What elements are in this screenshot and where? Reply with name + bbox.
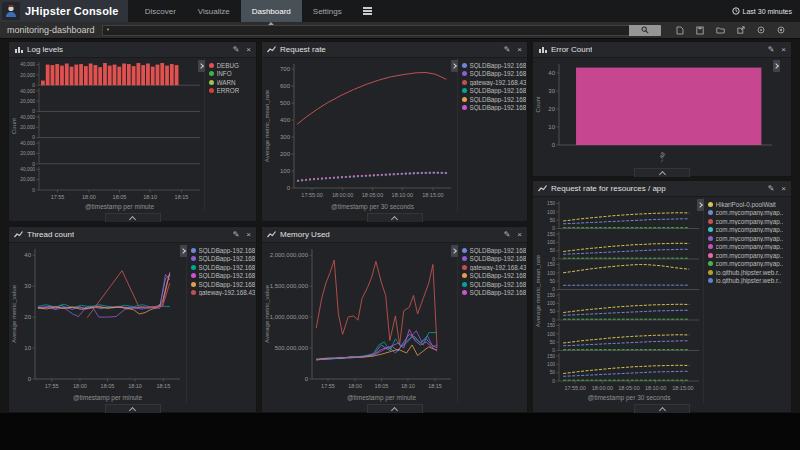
- panel-header[interactable]: Request rate ✎×: [262, 42, 527, 58]
- panel-collapse-button[interactable]: [367, 213, 423, 222]
- legend-item[interactable]: com.mycompany.myap..: [708, 260, 790, 269]
- svg-text:18:00:00: 18:00:00: [332, 192, 353, 198]
- legend-item[interactable]: SQLDBapp-192.168.4..: [191, 255, 255, 264]
- panel-header[interactable]: Log levels ✎×: [9, 42, 256, 58]
- search-button[interactable]: [629, 25, 661, 36]
- legend-item[interactable]: com.mycompany.myap..: [708, 209, 790, 218]
- save-dashboard-icon[interactable]: [696, 26, 704, 35]
- time-range-picker[interactable]: Last 30 minutes: [732, 0, 800, 22]
- edit-panel-icon[interactable]: ✎: [768, 46, 775, 54]
- panel-header[interactable]: Error Count ✎×: [533, 42, 791, 58]
- legend-item[interactable]: gateway-192.168.43.8..: [462, 78, 526, 87]
- edit-panel-icon[interactable]: ✎: [504, 231, 511, 239]
- svg-text:18:15: 18:15: [428, 383, 442, 389]
- svg-text:20,000: 20,000: [20, 125, 35, 130]
- legend-label: DEBUG: [217, 62, 239, 69]
- legend-item[interactable]: SQLDBapp-192.168.4..: [462, 255, 526, 264]
- nav-item-visualize[interactable]: Visualize: [187, 0, 241, 22]
- share-icon[interactable]: [737, 26, 745, 34]
- edit-panel-icon[interactable]: ✎: [233, 46, 240, 54]
- legend-collapse-icon[interactable]: [451, 60, 458, 72]
- edit-panel-icon[interactable]: ✎: [768, 185, 775, 193]
- legend-item[interactable]: HikariPool-0.poolWait: [708, 200, 790, 209]
- close-panel-icon[interactable]: ×: [781, 185, 786, 193]
- brand[interactable]: JHipster Console: [0, 0, 128, 22]
- legend-collapse-icon[interactable]: [451, 245, 458, 257]
- legend-collapse-icon[interactable]: [180, 245, 187, 257]
- legend-item[interactable]: SQLDBapp-192.168.4..: [462, 246, 526, 255]
- svg-text:40: 40: [548, 70, 555, 76]
- svg-text:150: 150: [547, 262, 555, 267]
- panel-header[interactable]: Request rate for resources / app ✎×: [533, 181, 791, 197]
- legend-item[interactable]: ERROR: [209, 87, 255, 96]
- svg-text:50: 50: [550, 218, 556, 223]
- legend-item[interactable]: SQLDBapp-192.168.4..: [191, 263, 255, 272]
- legend-item[interactable]: WARN: [209, 78, 255, 87]
- legend-label: SQLDBapp-192.168.4..: [470, 255, 527, 262]
- legend-item[interactable]: SQLDBapp-192.168.4..: [462, 104, 526, 113]
- svg-text:0: 0: [28, 376, 32, 382]
- legend-collapse-icon[interactable]: [198, 60, 205, 72]
- legend-collapse-icon[interactable]: [773, 60, 780, 72]
- nav-item-dashboard[interactable]: Dashboard: [241, 0, 302, 22]
- panel-header[interactable]: Thread count ✎×: [9, 227, 256, 243]
- legend-item[interactable]: SQLDBapp-192.168.4..: [462, 280, 526, 289]
- panel-collapse-button[interactable]: [634, 404, 690, 413]
- legend-item[interactable]: com.mycompany.myap..: [708, 234, 790, 243]
- search-input[interactable]: [102, 25, 629, 36]
- nav-item-discover[interactable]: Discover: [134, 0, 187, 22]
- close-panel-icon[interactable]: ×: [246, 231, 251, 239]
- legend-item[interactable]: com.mycompany.myap..: [708, 226, 790, 235]
- legend-item[interactable]: SQLDBapp-192.168.4..: [191, 272, 255, 281]
- panel-collapse-button[interactable]: [105, 213, 161, 222]
- svg-text:100: 100: [547, 271, 555, 276]
- edit-panel-icon[interactable]: ✎: [233, 231, 240, 239]
- svg-text:18:05:00: 18:05:00: [362, 192, 383, 198]
- legend-item[interactable]: io.github.jhipster.web.r..: [708, 277, 790, 286]
- legend-item[interactable]: SQLDBapp-192.168.4..: [462, 95, 526, 104]
- legend-color-dot: [708, 270, 713, 275]
- panel-collapse-button[interactable]: [634, 168, 690, 177]
- svg-text:@timestamp per minute: @timestamp per minute: [73, 394, 142, 402]
- legend-item[interactable]: gateway-192.168.43.8..: [462, 263, 526, 272]
- legend-item[interactable]: SQLDBapp-192.168.4..: [462, 289, 526, 298]
- legend-label: HikariPool-0.poolWait: [716, 201, 776, 208]
- legend-item[interactable]: com.mycompany.myap..: [708, 251, 790, 260]
- legend-item[interactable]: SQLDBapp-192.168.4..: [462, 61, 526, 70]
- legend-item[interactable]: com.mycompany.myap..: [708, 217, 790, 226]
- legend-item[interactable]: INFO: [209, 70, 255, 79]
- refresh-settings-icon[interactable]: [777, 26, 785, 34]
- legend-item[interactable]: com.mycompany.myap..: [708, 243, 790, 252]
- legend-item[interactable]: SQLDBapp-192.168.4..: [462, 70, 526, 79]
- load-dashboard-icon[interactable]: [716, 26, 725, 34]
- legend-item[interactable]: SQLDBapp-192.168.4..: [191, 246, 255, 255]
- legend-item[interactable]: io.github.jhipster.web.r..: [708, 268, 790, 277]
- legend: HikariPool-0.poolWaitcom.mycompany.myap.…: [703, 197, 791, 403]
- panel-collapse-button[interactable]: [367, 404, 423, 413]
- new-dashboard-icon[interactable]: [676, 26, 684, 35]
- svg-text:1,000,000,000: 1,000,000,000: [270, 314, 309, 320]
- legend-color-dot: [209, 71, 214, 76]
- close-panel-icon[interactable]: ×: [781, 46, 786, 54]
- close-panel-icon[interactable]: ×: [517, 46, 522, 54]
- legend-item[interactable]: SQLDBapp-192.168.4..: [462, 272, 526, 281]
- hamburger-icon[interactable]: [353, 0, 382, 22]
- legend-collapse-icon[interactable]: [697, 199, 704, 211]
- line-chart-icon: [267, 230, 276, 239]
- legend-item[interactable]: gateway-192.168.43.8..: [191, 289, 255, 298]
- close-panel-icon[interactable]: ×: [246, 46, 251, 54]
- legend-item[interactable]: DEBUG: [209, 61, 255, 70]
- edit-panel-icon[interactable]: ✎: [504, 46, 511, 54]
- panel-request-rate-resources: Request rate for resources / app ✎× Aver…: [532, 180, 792, 413]
- legend-label: com.mycompany.myap..: [716, 226, 784, 233]
- close-panel-icon[interactable]: ×: [517, 231, 522, 239]
- panel-header[interactable]: Memory Used ✎×: [262, 227, 527, 243]
- nav-item-settings[interactable]: Settings: [302, 0, 353, 22]
- panel-collapse-button[interactable]: [105, 404, 161, 413]
- options-icon[interactable]: [757, 26, 765, 34]
- svg-text:50: 50: [550, 370, 556, 375]
- legend-item[interactable]: SQLDBapp-192.168.4..: [191, 280, 255, 289]
- svg-text:50: 50: [550, 340, 556, 345]
- svg-text:17:55:00: 17:55:00: [564, 385, 585, 391]
- legend-item[interactable]: SQLDBapp-192.168.4..: [462, 87, 526, 96]
